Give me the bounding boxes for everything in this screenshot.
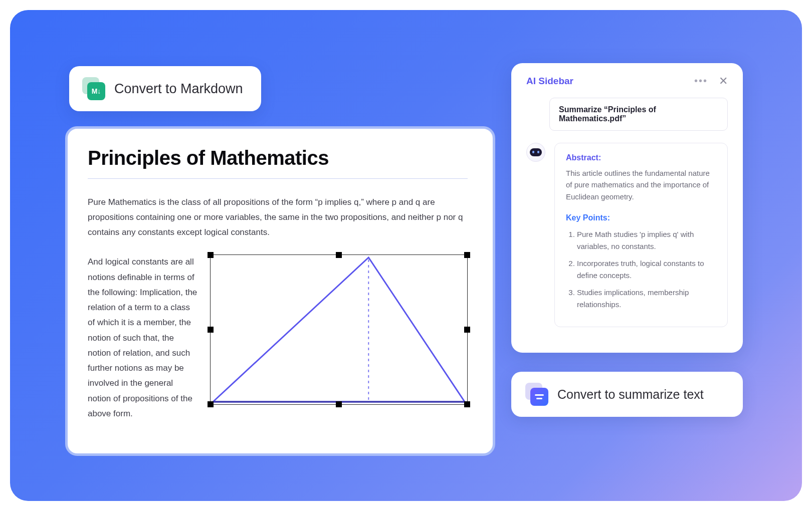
- ai-sidebar-panel: AI Sidebar ••• ✕ Summarize “Principles o…: [511, 63, 743, 353]
- document-paragraph-2: And logical constants are all notions de…: [88, 254, 198, 421]
- abstract-text: This article outlines the fundamental na…: [566, 167, 716, 202]
- keypoint-item: Incorporates truth, logical constants to…: [577, 258, 716, 282]
- resize-handle-bottom-left[interactable]: [208, 401, 214, 407]
- keypoint-item: Studies implications, membership relatio…: [577, 287, 716, 311]
- triangle-figure[interactable]: [210, 254, 468, 405]
- resize-handle-middle-right[interactable]: [464, 327, 470, 333]
- convert-to-markdown-button[interactable]: M↓ Convert to Markdown: [69, 66, 261, 111]
- keypoints-heading: Key Points:: [566, 213, 716, 222]
- keypoint-item: Pure Math studies 'p implies q' with var…: [577, 228, 716, 252]
- selection-box[interactable]: [210, 254, 468, 405]
- convert-to-summarize-button[interactable]: Convert to summarize text: [511, 372, 743, 417]
- bot-avatar-icon: [526, 143, 545, 162]
- abstract-heading: Abstract:: [566, 153, 716, 162]
- ai-sidebar-header: AI Sidebar ••• ✕: [526, 75, 728, 87]
- resize-handle-top-left[interactable]: [208, 252, 214, 258]
- divider: [88, 178, 468, 179]
- resize-handle-top-right[interactable]: [464, 252, 470, 258]
- document-card: Principles of Mathematics Pure Mathemati…: [65, 126, 495, 456]
- app-canvas: M↓ Convert to Markdown Principles of Mat…: [10, 10, 802, 501]
- document-title: Principles of Mathematics: [88, 147, 468, 169]
- more-icon[interactable]: •••: [694, 75, 708, 87]
- summarize-icon: [525, 383, 548, 406]
- resize-handle-bottom-right[interactable]: [464, 401, 470, 407]
- user-prompt-chip[interactable]: Summarize “Principles of Mathematics.pdf…: [549, 98, 728, 131]
- ai-response-card: Abstract: This article outlines the fund…: [554, 143, 728, 327]
- document-paragraph-1: Pure Mathematics is the class of all pro…: [88, 195, 468, 239]
- resize-handle-top-middle[interactable]: [336, 252, 342, 258]
- ai-sidebar-title: AI Sidebar: [526, 76, 573, 87]
- resize-handle-middle-left[interactable]: [208, 327, 214, 333]
- markdown-icon: M↓: [82, 77, 105, 100]
- resize-handle-bottom-middle[interactable]: [336, 401, 342, 407]
- keypoints-list: Pure Math studies 'p implies q' with var…: [566, 228, 716, 311]
- convert-to-markdown-label: Convert to Markdown: [114, 81, 243, 97]
- convert-to-summarize-label: Convert to summarize text: [557, 387, 704, 402]
- close-icon[interactable]: ✕: [719, 76, 728, 87]
